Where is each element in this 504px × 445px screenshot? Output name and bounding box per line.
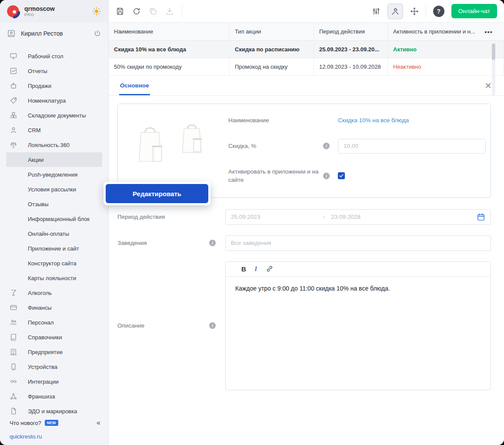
calendar-icon[interactable] <box>477 213 485 221</box>
cell-type: Скидка по расписанию <box>230 41 314 58</box>
discount-input[interactable] <box>338 139 486 154</box>
sidebar-item-info-block[interactable]: Информационный блок <box>0 211 108 226</box>
sidebar-item-online-payments[interactable]: Онлайн-оплаты <box>0 226 108 241</box>
user-icon <box>7 29 16 38</box>
theme-toggle-sun-icon[interactable] <box>92 7 101 16</box>
sidebar-item-alcohol[interactable]: Алкоголь <box>0 285 108 300</box>
info-icon[interactable]: i <box>209 240 216 246</box>
edit-popover: Редактировать <box>103 182 210 205</box>
table-row[interactable]: 50% скидки по промокоду Промокод на скид… <box>109 58 504 76</box>
period-label: Период действия <box>117 214 165 220</box>
sidebar-collapse-icon[interactable]: « <box>97 419 101 427</box>
sidebar-item-label: Карты лояльности <box>28 275 76 281</box>
edit-button[interactable]: Редактировать <box>106 184 208 203</box>
copy-icon[interactable] <box>149 7 157 16</box>
column-header-name[interactable]: Наименование <box>109 23 230 40</box>
logout-power-icon[interactable] <box>93 30 101 37</box>
whats-new-label: Что нового? <box>10 420 41 426</box>
column-settings-icon[interactable]: ••• <box>484 23 493 41</box>
bold-icon[interactable]: B <box>241 265 246 273</box>
info-icon[interactable]: i <box>209 322 216 329</box>
sidebar-item-promotions[interactable]: Акции <box>6 152 102 167</box>
venues-input[interactable]: Все заведения <box>225 235 491 251</box>
refresh-icon[interactable] <box>132 7 141 16</box>
promotion-form: Период действия 25.09.2023 › 23.09.2028 <box>117 209 491 390</box>
help-button[interactable]: ? <box>433 6 444 17</box>
period-range-input[interactable]: 25.09.2023 › 23.09.2028 <box>225 209 491 225</box>
sidebar-item-mailing-terms[interactable]: Условия рассылки <box>0 182 108 197</box>
close-icon[interactable]: ✕ <box>484 81 492 90</box>
brand-plan: PRO <box>24 13 55 17</box>
chevron-right-icon: › <box>323 214 325 220</box>
user-name: Кирилл Рестов <box>21 30 88 37</box>
sidebar-item-app-and-site[interactable]: Приложение и сайт <box>0 241 108 256</box>
sidebar-item-push-notifications[interactable]: Push-уведомления <box>0 167 108 182</box>
name-value-link[interactable]: Скидка 10% на все блюда <box>338 117 486 124</box>
user-row[interactable]: Кирилл Рестов <box>0 23 108 44</box>
tools-button[interactable] <box>387 3 403 19</box>
tab-main[interactable]: Основное <box>119 76 150 95</box>
description-row: Описание i B I Каждое ут <box>117 261 491 390</box>
sidebar-item-label: Складские документы <box>28 112 86 119</box>
sidebar-item-nomenclature[interactable]: Номенклатура <box>0 93 108 108</box>
promotions-table: Наименование Тип акции Период действия А… <box>109 23 504 76</box>
cell-name: Скидка 10% на все блюда <box>109 41 230 58</box>
alcohol-glass-icon <box>10 289 17 297</box>
quickresto-link[interactable]: quickresto.ru <box>0 430 108 440</box>
activate-label: Активировать в приложении и на сайте <box>228 167 323 184</box>
venues-row: Заведения i Все заведения <box>117 235 491 251</box>
sidebar-item-enterprise[interactable]: Предприятие <box>0 345 108 359</box>
filters-sliders-icon[interactable] <box>372 7 381 16</box>
online-chat-button[interactable]: Онлайн-чат <box>451 4 497 18</box>
sidebar-item-reports[interactable]: Отчеты <box>0 64 108 78</box>
italic-icon[interactable]: I <box>255 265 257 273</box>
table-scrollbar-thumb[interactable] <box>492 43 495 60</box>
export-download-icon[interactable] <box>165 7 174 16</box>
venues-placeholder: Все заведения <box>231 240 271 246</box>
promotion-detail-panel: Основное ✕ <box>109 76 504 445</box>
sidebar-item-loyalty-cards[interactable]: Карты лояльности <box>0 271 108 285</box>
sidebar-item-label: Онлайн-оплаты <box>28 231 69 237</box>
app-logo <box>6 4 20 18</box>
sidebar-item-devices[interactable]: Устройства <box>0 359 108 374</box>
save-icon[interactable] <box>116 7 124 16</box>
product-image <box>173 116 211 155</box>
handbook-icon <box>10 333 17 341</box>
whats-new-row[interactable]: Что нового? NEW « <box>0 416 108 430</box>
sidebar-item-site-builder[interactable]: Конструктор сайта <box>0 256 108 271</box>
sidebar-item-finance[interactable]: Финансы <box>0 300 108 315</box>
sidebar-item-label: Отчеты <box>28 68 47 74</box>
dashboard-icon <box>10 52 17 60</box>
cell-type: Промокод на скидку <box>230 58 314 75</box>
sidebar-item-warehouse-docs[interactable]: Складские документы <box>0 108 108 123</box>
info-icon[interactable]: i <box>323 143 330 149</box>
link-icon[interactable] <box>266 265 274 273</box>
sidebar-item-franchise[interactable]: Франшиза <box>0 389 108 404</box>
sidebar-item-staff[interactable]: Персонал <box>0 315 108 330</box>
sidebar-item-label: Интеграции <box>28 378 59 385</box>
table-row-selected[interactable]: Скидка 10% на все блюда Скидка по распис… <box>109 41 504 58</box>
franchise-network-icon <box>10 392 17 400</box>
cell-period: 12.09.2023 - 10.09.2028 <box>314 58 388 75</box>
column-header-period[interactable]: Период действия <box>314 23 388 40</box>
description-text[interactable]: Каждое утро с 9:00 до 11:00 скидка 10% н… <box>226 277 491 301</box>
brand-block: qrmoscow PRO <box>24 5 55 17</box>
staff-people-icon <box>10 318 17 326</box>
sidebar-item-crm[interactable]: CRM <box>0 123 108 137</box>
sidebar-item-loyalty[interactable]: Лояльность.360 <box>0 137 108 152</box>
sidebar-item-dashboard[interactable]: Рабочий стол <box>0 49 108 64</box>
finance-card-icon <box>10 304 17 311</box>
venues-label: Заведения <box>117 240 147 246</box>
sidebar-item-edo[interactable]: ЭДО и маркировка <box>0 404 108 416</box>
sidebar-item-integrations[interactable]: Интеграции <box>0 374 108 389</box>
info-icon[interactable]: i <box>323 173 330 179</box>
activate-checkbox[interactable] <box>338 172 345 179</box>
column-header-type[interactable]: Тип акции <box>230 23 314 40</box>
sidebar-item-feedback[interactable]: Отзывы <box>0 197 108 211</box>
sidebar-item-label: Условия рассылки <box>28 186 76 193</box>
sidebar-item-sales[interactable]: Продажи <box>0 78 108 93</box>
sidebar-item-handbooks[interactable]: Справочники <box>0 330 108 345</box>
description-label: Описание <box>117 322 144 329</box>
period-start-value: 25.09.2023 <box>231 214 323 220</box>
move-arrows-icon[interactable] <box>410 7 419 16</box>
